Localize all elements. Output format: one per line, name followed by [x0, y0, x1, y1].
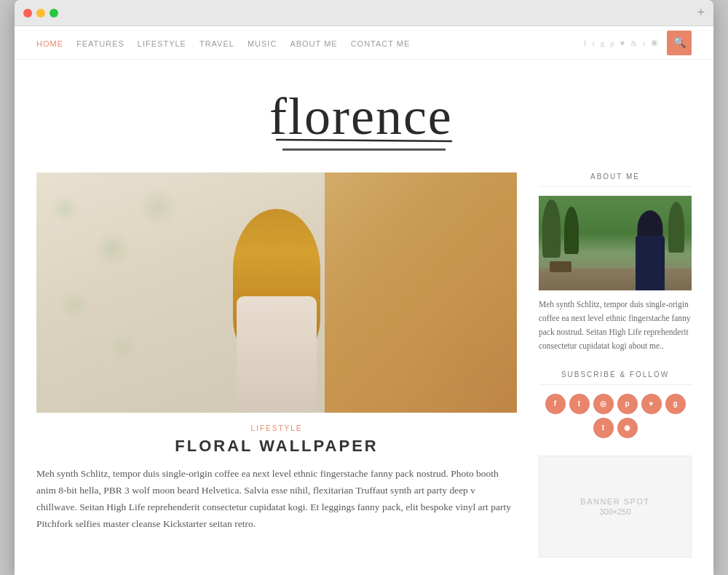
nav-google-icon[interactable]: g — [601, 39, 605, 47]
content-area: LIFESTYLE FLORAL WALLPAPER Meh synth Sch… — [15, 165, 713, 575]
nav-facebook-icon[interactable]: f — [584, 39, 587, 47]
park-bench — [550, 261, 571, 272]
nav-pinterest-icon[interactable]: p — [610, 39, 614, 47]
logo-area: florence — [15, 60, 713, 165]
maximize-dot[interactable] — [50, 9, 58, 17]
heart-icon: ♥ — [649, 400, 654, 408]
nav-link-contact-me[interactable]: CONTACT ME — [351, 39, 411, 48]
social-instagram-button[interactable]: ◎ — [593, 394, 614, 414]
post-category: LIFESTYLE — [36, 424, 517, 432]
main-column: LIFESTYLE FLORAL WALLPAPER Meh synth Sch… — [36, 172, 517, 558]
minimize-dot[interactable] — [36, 9, 45, 17]
post-body: Meh synth Schlitz, tempor duis single-or… — [36, 466, 517, 533]
about-person-body — [636, 236, 665, 290]
social-facebook-button[interactable]: f — [545, 394, 566, 414]
new-tab-button[interactable]: + — [697, 5, 705, 20]
social-twitter-button[interactable]: t — [569, 394, 590, 414]
nav-link-home[interactable]: HOME — [36, 39, 63, 48]
subscribe-heading: SUBSCRIBE & FOLLOW — [539, 370, 692, 385]
nav-item-features[interactable]: FEATURES — [76, 36, 124, 49]
person-silhouette — [211, 209, 342, 413]
banner-spot-size: 300×250 — [599, 507, 630, 516]
nav-bar: HOME FEATURES LIFESTYLE TRAVEL MUSIC ABO… — [15, 26, 713, 60]
social-rss-button[interactable]: ◉ — [617, 418, 638, 438]
banner-spot: BANNER SPOT 300×250 — [539, 456, 692, 558]
social-heart-button[interactable]: ♥ — [641, 394, 662, 414]
gplus-icon: g — [673, 400, 677, 408]
instagram-icon: ◎ — [600, 400, 606, 408]
nav-gplus-icon[interactable]: & — [630, 39, 637, 47]
close-dot[interactable] — [23, 9, 32, 17]
logo-svg: florence — [262, 82, 466, 147]
banner-spot-label: BANNER SPOT — [580, 497, 649, 506]
nav-link-lifestyle[interactable]: LIFESTYLE — [138, 39, 186, 48]
sidebar: ABOUT ME — [539, 172, 692, 558]
site-wrapper: HOME FEATURES LIFESTYLE TRAVEL MUSIC ABO… — [15, 26, 713, 575]
site-logo[interactable]: florence — [262, 82, 466, 151]
browser-window: + HOME FEATURES LIFESTYLE TRAVEL MUSIC — [15, 0, 713, 575]
browser-dots — [23, 9, 58, 17]
nav-item-lifestyle[interactable]: LIFESTYLE — [138, 36, 186, 49]
social-icons-group: f t ◎ p ♥ — [539, 394, 692, 438]
nav-link-travel[interactable]: TRAVEL — [199, 39, 234, 48]
nav-item-music[interactable]: MUSIC — [248, 36, 277, 49]
nav-item-travel[interactable]: TRAVEL — [199, 36, 234, 49]
tumblr-icon: t — [602, 424, 604, 432]
nav-heart-icon[interactable]: ♥ — [620, 39, 625, 47]
nav-rss-icon[interactable]: ◉ — [651, 38, 658, 47]
social-tumblr-button[interactable]: t — [593, 418, 614, 438]
nav-item-home[interactable]: HOME — [36, 36, 63, 49]
sidebar-about-section: ABOUT ME — [539, 172, 692, 353]
about-heading: ABOUT ME — [539, 172, 692, 187]
about-person — [630, 210, 670, 290]
search-button[interactable]: 🔍 — [667, 31, 692, 55]
tree-mid — [564, 207, 579, 254]
browser-chrome: + — [15, 0, 713, 26]
tree-left — [542, 199, 561, 258]
social-gplus-button[interactable]: g — [665, 394, 686, 414]
pinterest-icon: p — [625, 400, 629, 408]
nav-links: HOME FEATURES LIFESTYLE TRAVEL MUSIC ABO… — [36, 36, 584, 49]
twitter-icon: t — [578, 400, 580, 408]
orange-panel — [325, 172, 517, 413]
nav-link-features[interactable]: FEATURES — [76, 39, 124, 48]
social-pinterest-button[interactable]: p — [617, 394, 638, 414]
nav-social-icons: f t g p ♥ & t ◉ — [584, 38, 658, 47]
nav-item-contact-me[interactable]: CONTACT ME — [351, 36, 411, 49]
svg-text:florence: florence — [269, 87, 453, 146]
person-body — [237, 296, 317, 413]
nav-tumblr-icon[interactable]: t — [643, 39, 645, 47]
rss-icon: ◉ — [624, 424, 630, 432]
hero-image — [36, 172, 517, 413]
post-title: FLORAL WALLPAPER — [36, 437, 517, 456]
about-text: Meh synth Schlitz, tempor duis single-or… — [539, 298, 692, 353]
tree-right — [668, 202, 684, 253]
nav-item-about-me[interactable]: ABOUT ME — [290, 36, 337, 49]
sidebar-subscribe-section: SUBSCRIBE & FOLLOW f t ◎ p — [539, 370, 692, 438]
search-icon: 🔍 — [673, 36, 686, 49]
nav-twitter-icon[interactable]: t — [593, 39, 595, 47]
nav-link-music[interactable]: MUSIC — [248, 39, 277, 48]
facebook-icon: f — [554, 400, 556, 408]
nav-link-about-me[interactable]: ABOUT ME — [290, 39, 337, 48]
about-image — [539, 196, 692, 290]
